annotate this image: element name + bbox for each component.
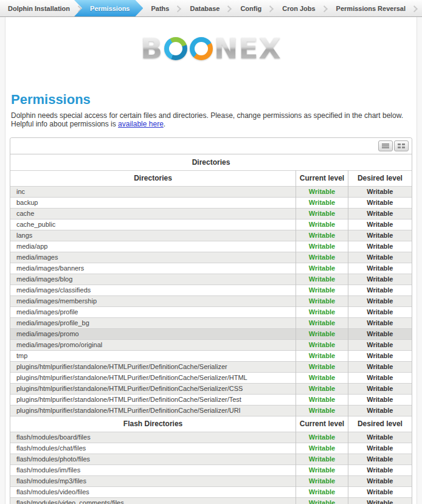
desired-level-value: Writable <box>348 263 412 274</box>
desired-level-value: Writable <box>348 252 412 263</box>
directory-path: flash/modules/board/files <box>10 432 296 443</box>
table-row: media/images/promoWritableWritable <box>10 328 412 339</box>
directory-path: flash/modules/chat/files <box>10 443 296 454</box>
desired-level-value: Writable <box>348 464 412 475</box>
page-description: Dolphin needs special access for certain… <box>10 111 412 128</box>
desired-level-value: Writable <box>348 372 412 383</box>
directory-path: plugins/htmlpurifier/standalone/HTMLPuri… <box>10 405 296 416</box>
directory-path: cache <box>10 208 296 219</box>
column-header: Current level <box>296 416 348 432</box>
desired-level-value: Writable <box>348 361 412 372</box>
grid-view-button[interactable] <box>394 140 409 151</box>
current-level-value: Writable <box>296 208 348 219</box>
current-level-value: Writable <box>296 241 348 252</box>
column-header: Desired level <box>348 170 412 186</box>
desired-level-value: Writable <box>348 432 412 443</box>
current-level-value: Writable <box>296 405 348 416</box>
current-level-value: Writable <box>296 339 348 350</box>
directory-path: media/images/blog <box>10 274 296 285</box>
directory-path: flash/modules/im/files <box>10 464 296 475</box>
page-title: Permissions <box>10 76 412 111</box>
current-level-value: Writable <box>296 394 348 405</box>
table-row: flash/modules/chat/filesWritableWritable <box>10 443 412 454</box>
desired-level-value: Writable <box>348 208 412 219</box>
current-level-value: Writable <box>296 454 348 464</box>
directory-path: flash/modules/video/files <box>10 486 296 497</box>
nav-step-database[interactable]: Database <box>182 0 227 16</box>
logo-o-green-blue-icon <box>164 37 187 60</box>
current-level-value: Writable <box>296 306 348 317</box>
desired-level-value: Writable <box>348 443 412 454</box>
desired-level-value: Writable <box>348 497 412 504</box>
desired-level-value: Writable <box>348 274 412 285</box>
table-row: plugins/htmlpurifier/standalone/HTMLPuri… <box>10 383 412 394</box>
desired-level-value: Writable <box>348 383 412 394</box>
current-level-value: Writable <box>296 486 348 497</box>
current-level-value: Writable <box>296 263 348 274</box>
current-level-value: Writable <box>296 230 348 241</box>
current-level-value: Writable <box>296 383 348 394</box>
table-row: cache_publicWritableWritable <box>10 219 412 230</box>
table-row: langsWritableWritable <box>10 230 412 241</box>
list-view-button[interactable] <box>378 140 393 151</box>
directory-path: backup <box>10 197 296 208</box>
column-header: Current level <box>296 170 348 186</box>
table-row: media/images/membershipWritableWritable <box>10 295 412 306</box>
directory-path: plugins/htmlpurifier/standalone/HTMLPuri… <box>10 361 296 372</box>
desired-level-value: Writable <box>348 486 412 497</box>
nav-step-config[interactable]: Config <box>232 0 269 16</box>
nav-step-dolphin-installation[interactable]: Dolphin Installation <box>0 0 78 16</box>
desired-level-value: Writable <box>348 295 412 306</box>
section-title: Directories <box>10 154 412 170</box>
table-row: flash/modules/photo/filesWritableWritabl… <box>10 454 412 464</box>
table-row: backupWritableWritable <box>10 197 412 208</box>
nav-step-paths[interactable]: Paths <box>143 0 177 16</box>
desired-level-value: Writable <box>348 328 412 339</box>
directory-path: media/images/promo <box>10 328 296 339</box>
table-row: media/images/classifiedsWritableWritable <box>10 285 412 295</box>
table-row: media/images/promo/originalWritableWrita… <box>10 339 412 350</box>
table-row: flash/modules/video_comments/filesWritab… <box>10 497 412 504</box>
table-row: media/images/profileWritableWritable <box>10 306 412 317</box>
nav-step-cron-jobs[interactable]: Cron Jobs <box>274 0 323 16</box>
current-level-value: Writable <box>296 252 348 263</box>
current-level-value: Writable <box>296 219 348 230</box>
current-level-value: Writable <box>296 497 348 504</box>
nav-step-modules[interactable]: Modules <box>418 0 422 16</box>
desired-level-value: Writable <box>348 317 412 328</box>
directory-path: plugins/htmlpurifier/standalone/HTMLPuri… <box>10 372 296 383</box>
column-header: Desired level <box>348 416 412 432</box>
directory-path: flash/modules/mp3/files <box>10 475 296 486</box>
directory-path: cache_public <box>10 219 296 230</box>
desired-level-value: Writable <box>348 197 412 208</box>
current-level-value: Writable <box>296 295 348 306</box>
current-level-value: Writable <box>296 328 348 339</box>
column-header: Directories <box>10 170 296 186</box>
desired-level-value: Writable <box>348 241 412 252</box>
table-row: plugins/htmlpurifier/standalone/HTMLPuri… <box>10 405 412 416</box>
grid-view-icon <box>398 143 401 145</box>
nav-step-permissions-reversal[interactable]: Permissions Reversal <box>328 0 413 16</box>
table-row: flash/modules/im/filesWritableWritable <box>10 464 412 475</box>
current-level-value: Writable <box>296 361 348 372</box>
description-line2: Helpful info about permissions is availa… <box>11 120 411 128</box>
current-level-value: Writable <box>296 274 348 285</box>
table-row: cacheWritableWritable <box>10 208 412 219</box>
table-row: plugins/htmlpurifier/standalone/HTMLPuri… <box>10 372 412 383</box>
directory-path: plugins/htmlpurifier/standalone/HTMLPuri… <box>10 394 296 405</box>
section-header-row: Directories <box>10 154 412 170</box>
desired-level-value: Writable <box>348 405 412 416</box>
view-toggle-toolbar <box>10 138 412 154</box>
column-header: Flash Directories <box>10 416 296 432</box>
logo-o-blue-orange-icon <box>190 37 213 60</box>
directory-path: media/images/banners <box>10 263 296 274</box>
available-here-link[interactable]: available here <box>118 120 164 128</box>
desired-level-value: Writable <box>348 306 412 317</box>
column-header-row: DirectoriesCurrent levelDesired level <box>10 170 412 186</box>
directory-path: tmp <box>10 350 296 361</box>
list-view-icon <box>382 143 389 145</box>
logo-letter-b: B <box>140 34 163 63</box>
directory-path: media/images/profile_bg <box>10 317 296 328</box>
table-row: media/images/blogWritableWritable <box>10 274 412 285</box>
nav-step-permissions[interactable]: Permissions <box>74 0 143 16</box>
